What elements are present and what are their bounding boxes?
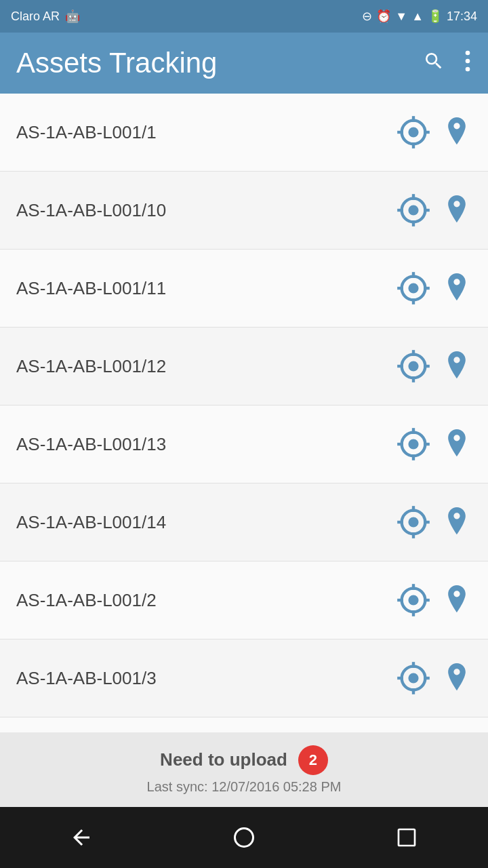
location-pin-icon[interactable] [442,349,472,384]
svg-point-28 [408,439,418,449]
asset-id-label: AS-1A-AB-L001/1 [16,122,396,143]
signal-icon: ▲ [411,9,424,24]
gps-target-icon[interactable] [396,660,431,696]
android-icon: 🤖 [65,9,80,24]
last-sync-label: Last sync: 12/07/2016 05:28 PM [147,779,342,795]
location-pin-icon[interactable] [442,427,472,462]
alarm-icon: ⏰ [376,9,391,24]
status-bar: Claro AR 🤖 ⊖ ⏰ ▼ ▲ 🔋 17:34 [0,0,488,33]
svg-point-0 [466,50,470,55]
asset-actions [396,505,472,540]
time-label: 17:34 [447,9,477,24]
asset-id-label: AS-1A-AB-L001/13 [16,434,396,455]
location-pin-icon[interactable] [442,505,472,540]
svg-point-22 [408,361,418,371]
asset-actions [396,660,472,696]
asset-list: AS-1A-AB-L001/1 AS-1A-AB-L001/10 AS-1A-A… [0,94,488,732]
search-icon[interactable] [423,50,445,77]
wifi-icon: ▼ [395,9,407,24]
asset-id-label: AS-1A-AB-L001/3 [16,668,396,689]
svg-rect-52 [399,829,415,846]
gps-target-icon[interactable] [396,505,431,540]
location-pin-icon[interactable] [442,115,472,150]
svg-point-40 [408,595,418,605]
asset-item[interactable]: AS-1A-AB-L001/3 [0,639,488,717]
carrier-label: Claro AR 🤖 [11,9,80,24]
asset-item[interactable]: AS-1A-AB-L001/1 [0,94,488,172]
svg-point-1 [466,58,470,63]
asset-actions [396,271,472,306]
location-pin-icon[interactable] [442,660,472,696]
asset-item[interactable]: AS-1A-AB-L001/12 [0,328,488,406]
svg-point-16 [408,283,418,293]
location-pin-icon[interactable] [442,193,472,228]
battery-icon: 🔋 [428,9,443,24]
upload-row: Need to upload 2 [160,745,328,775]
asset-actions [396,193,472,228]
more-options-icon[interactable] [464,50,472,77]
app-title: Assets Tracking [16,47,423,79]
gps-target-icon[interactable] [396,193,431,228]
asset-item[interactable]: AS-1A-AB-L001/14 [0,484,488,561]
svg-point-2 [466,66,470,71]
gps-target-icon[interactable] [396,271,431,306]
location-pin-icon[interactable] [442,583,472,618]
app-bar-actions [423,50,472,77]
bottom-status-bar: Need to upload 2 Last sync: 12/07/2016 0… [0,732,488,807]
svg-point-51 [235,829,253,847]
svg-point-46 [408,673,418,683]
location-pin-icon[interactable] [442,271,472,306]
svg-point-34 [408,517,418,527]
asset-id-label: AS-1A-AB-L001/10 [16,200,396,221]
asset-id-label: AS-1A-AB-L001/14 [16,512,396,533]
asset-id-label: AS-1A-AB-L001/2 [16,590,396,611]
upload-label: Need to upload [160,749,287,770]
asset-actions [396,349,472,384]
carrier-text: Claro AR [11,9,60,24]
asset-item[interactable]: AS-1A-AB-L001/2 [0,561,488,639]
asset-id-label: AS-1A-AB-L001/12 [16,356,396,377]
asset-actions [396,115,472,150]
home-button[interactable] [217,817,271,858]
back-button[interactable] [54,817,108,858]
nav-bar [0,807,488,868]
asset-id-label: AS-1A-AB-L001/11 [16,278,396,299]
mute-icon: ⊖ [362,9,372,24]
status-icons: ⊖ ⏰ ▼ ▲ 🔋 17:34 [362,9,477,24]
asset-item[interactable]: AS-1A-AB-L001/10 [0,172,488,250]
recents-button[interactable] [380,817,434,858]
app-bar: Assets Tracking [0,33,488,94]
upload-count-badge: 2 [298,745,328,775]
asset-actions [396,583,472,618]
svg-point-4 [408,127,418,137]
asset-actions [396,427,472,462]
gps-target-icon[interactable] [396,427,431,462]
svg-point-10 [408,205,418,215]
gps-target-icon[interactable] [396,115,431,150]
gps-target-icon[interactable] [396,583,431,618]
gps-target-icon[interactable] [396,349,431,384]
asset-item[interactable]: AS-1A-AB-L001/13 [0,406,488,484]
asset-item[interactable]: AS-1A-AB-L001/11 [0,250,488,328]
